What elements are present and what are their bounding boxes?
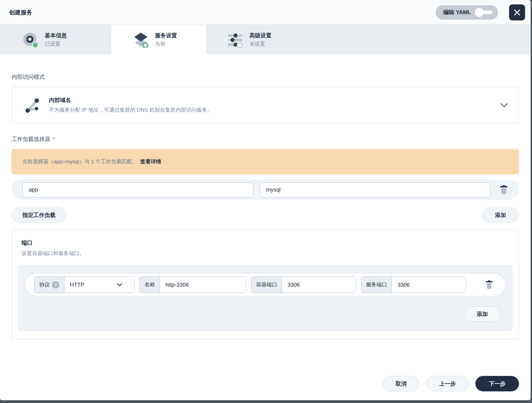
- cancel-button[interactable]: 取消: [383, 376, 420, 391]
- tab-text: 高级设置 未设置: [249, 32, 272, 48]
- pod-icon: [23, 32, 39, 48]
- tab-status: 当前: [155, 40, 177, 48]
- tab-title: 基本信息: [45, 32, 67, 39]
- tab-title: 高级设置: [249, 32, 272, 39]
- port-name-label: 名称: [140, 277, 160, 293]
- next-button[interactable]: 下一步: [475, 376, 519, 391]
- port-row: 协议 ? 名称: [25, 273, 505, 296]
- edit-yaml-toggle[interactable]: 编辑 YAML: [436, 5, 498, 20]
- tab-text: 基本信息 已设置: [45, 32, 67, 48]
- tab-text: 服务设置 当前: [155, 32, 177, 48]
- delete-port-button[interactable]: [483, 278, 496, 291]
- container-port-input[interactable]: [282, 277, 356, 293]
- toggle-track: [483, 11, 493, 14]
- tab-basic-info[interactable]: 基本信息 已设置: [0, 25, 111, 54]
- ports-title: 端口: [22, 239, 513, 247]
- workload-selector-label: 工作负载选择器*: [12, 135, 519, 143]
- access-mode-label: 内部访问模式: [12, 73, 519, 81]
- option-title: 内部域名: [49, 96, 212, 104]
- sliders-icon: [227, 32, 243, 48]
- service-port-label: 服务端口: [361, 277, 392, 293]
- add-port-button[interactable]: 添加: [464, 306, 501, 322]
- help-icon[interactable]: ?: [52, 281, 59, 289]
- trash-icon: [485, 280, 493, 289]
- required-asterisk: *: [52, 136, 55, 142]
- container-port-field: 容器端口: [251, 276, 356, 293]
- alert-text: 当前选择器（app=mysql）与 1 个工作负载匹配。: [22, 158, 138, 165]
- modal-footer: 取消 上一步 下一步: [0, 371, 531, 400]
- tab-title: 服务设置: [155, 32, 177, 39]
- selector-key-value-row: [12, 180, 519, 200]
- port-name-field: 名称: [139, 276, 246, 293]
- protocol-value: [64, 282, 117, 288]
- ports-list-container: 协议 ? 名称: [18, 265, 513, 331]
- service-port-input[interactable]: [392, 277, 466, 293]
- container-port-label: 容器端口: [251, 277, 282, 293]
- tab-status: 已设置: [45, 40, 67, 48]
- specify-workload-button[interactable]: 指定工作负载: [12, 207, 66, 223]
- selector-match-alert: 当前选择器（app=mysql）与 1 个工作负载匹配。 查看详情: [12, 149, 519, 174]
- chevron-down-icon[interactable]: [501, 103, 508, 107]
- service-port-field: 服务端口: [361, 276, 466, 293]
- workload-selector-text: 工作负载选择器: [12, 136, 50, 142]
- protocol-select[interactable]: [64, 277, 134, 293]
- selector-actions-row: 指定工作负载 添加: [12, 207, 519, 223]
- tab-status: 未设置: [249, 40, 272, 48]
- share-network-icon: [23, 96, 41, 114]
- port-add-row: 添加: [25, 306, 505, 322]
- protocol-label: 协议 ?: [35, 277, 64, 293]
- toggle-knob: [475, 8, 484, 17]
- trash-icon: [500, 185, 508, 195]
- edit-yaml-label: 编辑 YAML: [443, 9, 471, 16]
- step-tabs: 基本信息 已设置 服务设置 当前: [0, 25, 531, 54]
- protocol-field: 协议 ?: [34, 276, 135, 293]
- option-description: 不为服务分配 IP 地址，可通过集群的 DNS 机制在集群内部访问服务。: [49, 106, 212, 114]
- chevron-down-icon: [117, 283, 122, 286]
- close-button[interactable]: [509, 4, 525, 20]
- toggle-switch-icon[interactable]: [475, 8, 493, 17]
- layers-icon: [133, 32, 149, 48]
- selector-key-input[interactable]: [22, 182, 253, 197]
- tab-service-settings[interactable]: 服务设置 当前: [111, 25, 206, 54]
- delete-selector-button[interactable]: [497, 183, 510, 197]
- modal-header: 创建服务 编辑 YAML: [0, 0, 531, 25]
- option-text: 内部域名 不为服务分配 IP 地址，可通过集群的 DNS 机制在集群内部访问服务…: [49, 96, 212, 114]
- create-service-modal: 创建服务 编辑 YAML 基本信息 已设置: [0, 0, 531, 400]
- internal-domain-option[interactable]: 内部域名 不为服务分配 IP 地址，可通过集群的 DNS 机制在集群内部访问服务…: [12, 87, 519, 123]
- page-title: 创建服务: [9, 9, 32, 16]
- ports-subtitle: 设置容器端口和服务端口。: [22, 250, 513, 257]
- port-name-input[interactable]: [160, 277, 246, 293]
- view-details-link[interactable]: 查看详情: [140, 158, 161, 165]
- add-selector-button[interactable]: 添加: [482, 207, 519, 223]
- previous-button[interactable]: 上一步: [426, 376, 469, 391]
- selector-value-input[interactable]: [260, 182, 491, 197]
- close-icon: [513, 9, 521, 16]
- modal-body: 内部访问模式 内部域名 不为服务分配 IP 地址，可通过集群的 DNS 机制在集…: [0, 54, 531, 371]
- tab-advanced-settings[interactable]: 高级设置 未设置: [206, 25, 300, 54]
- ports-card: 端口 设置容器端口和服务端口。 协议 ?: [12, 230, 519, 340]
- protocol-label-text: 协议: [39, 281, 50, 288]
